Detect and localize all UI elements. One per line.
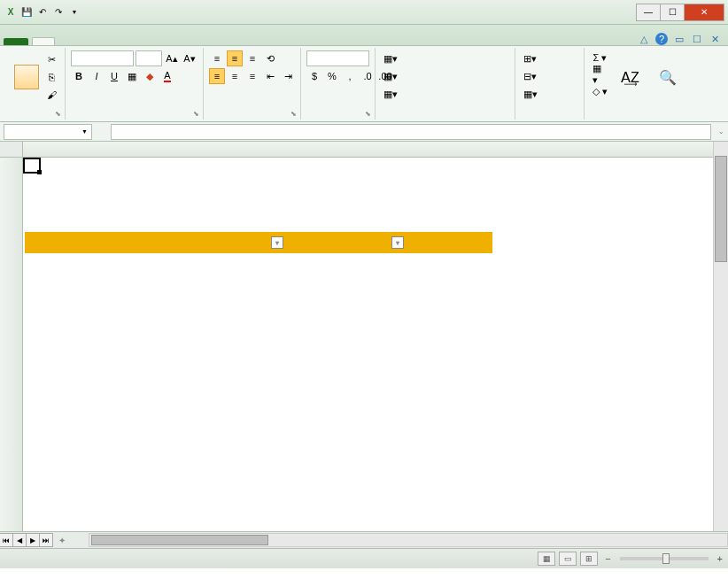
increase-indent-icon[interactable]: ⇥ [280,68,296,84]
new-sheet-icon[interactable]: ✦ [53,536,71,545]
tab-formulas[interactable] [97,38,119,45]
window-maximize-icon[interactable]: ☐ [691,33,703,45]
font-size-combo[interactable] [136,50,162,66]
redo-icon[interactable]: ↷ [51,5,66,19]
vertical-scrollbar[interactable] [713,142,728,531]
qat-dropdown-icon[interactable]: ▼ [67,5,81,19]
page-break-view-icon[interactable]: ⊞ [580,552,598,566]
format-as-table-button[interactable]: ▦ ▾ [381,68,400,84]
italic-button[interactable]: I [89,68,105,84]
selection-cursor [23,158,41,174]
minimize-button[interactable]: — [636,4,661,21]
orientation-icon[interactable]: ⟲ [262,50,278,66]
fill-color-icon[interactable]: ◆ [142,68,158,84]
normal-view-icon[interactable]: ▦ [538,552,555,566]
horizontal-scrollbar[interactable] [89,533,728,547]
table-header: ▾ ▾ [25,232,728,253]
align-left-icon[interactable]: ≡ [209,68,225,84]
group-number: $%,.0.00 ⬊ [301,48,376,120]
dialog-launcher-icon[interactable]: ⬊ [193,110,199,118]
zoom-in-icon[interactable]: + [717,553,723,564]
zoom-slider[interactable] [620,557,709,560]
align-right-icon[interactable]: ≡ [244,68,260,84]
tab-home[interactable] [32,37,55,45]
filter-icon[interactable]: ▾ [391,236,404,249]
align-center-icon[interactable]: ≡ [227,68,243,84]
find-select-button[interactable]: 🔍 [650,50,685,104]
cut-icon[interactable]: ✂ [43,51,59,67]
sort-filter-button[interactable]: A͢Z [612,50,647,104]
group-styles: ▦ ▾ ▦ ▾ ▦ ▾ [376,48,515,120]
bold-button[interactable]: B [71,68,87,84]
sheet-nav-next-icon[interactable]: ▶ [26,533,40,547]
zoom-handle[interactable] [662,553,670,564]
expand-formula-icon[interactable]: ⌄ [715,127,728,135]
increase-decimal-icon[interactable]: .0 [360,68,376,84]
increase-font-icon[interactable]: A▴ [164,50,180,66]
dialog-launcher-icon[interactable]: ⬊ [290,110,297,118]
paste-button[interactable] [9,50,43,104]
formula-input[interactable] [111,124,711,140]
dialog-launcher-icon[interactable]: ⬊ [365,110,371,118]
format-cells-button[interactable]: ▦ ▾ [521,86,540,102]
decrease-font-icon[interactable]: A▾ [182,50,197,66]
scrollbar-thumb[interactable] [715,156,727,262]
comma-icon[interactable]: , [342,68,358,84]
cell-styles-button[interactable]: ▦ ▾ [381,86,400,102]
tab-page-layout[interactable] [76,38,97,45]
name-box[interactable]: ▼ [4,124,92,140]
undo-icon[interactable]: ↶ [35,5,50,19]
scrollbar-thumb[interactable] [91,535,268,545]
group-alignment: ≡≡≡⟲ ≡≡≡⇤⇥ ⬊ [204,48,301,120]
currency-icon[interactable]: $ [306,68,322,84]
font-name-combo[interactable] [71,50,134,66]
window-controls: — ☐ ✕ [637,4,724,21]
column-headers [0,142,728,158]
save-icon[interactable]: 💾 [19,5,34,19]
border-icon[interactable]: ▦ [124,68,140,84]
sheet-nav-prev-icon[interactable]: ◀ [12,533,27,547]
number-format-combo[interactable] [306,50,369,66]
tab-review[interactable] [140,38,161,45]
delete-cells-button[interactable]: ⊟ ▾ [521,68,539,84]
window-restore-icon[interactable]: ▭ [673,33,685,45]
find-icon: 🔍 [659,69,677,86]
insert-cells-button[interactable]: ⊞ ▾ [521,50,539,66]
close-button[interactable]: ✕ [684,4,724,21]
page-layout-view-icon[interactable]: ▭ [559,552,577,566]
align-top-icon[interactable]: ≡ [209,50,225,66]
window-close-icon[interactable]: ✕ [709,33,721,45]
underline-button[interactable]: U [106,68,122,84]
align-bottom-icon[interactable]: ≡ [244,50,260,66]
dialog-launcher-icon[interactable]: ⬊ [55,110,61,118]
tab-addins[interactable] [182,38,204,45]
conditional-formatting-button[interactable]: ▦ ▾ [381,50,400,66]
font-color-icon[interactable]: A [159,68,175,84]
tab-view[interactable] [161,38,182,45]
titlebar: X 💾 ↶ ↷ ▼ — ☐ ✕ [0,0,728,25]
help-icon[interactable]: ? [655,33,668,45]
clear-icon[interactable]: ◇ ▾ [590,83,610,99]
align-middle-icon[interactable]: ≡ [227,50,243,66]
file-tab[interactable] [4,38,28,45]
select-all-corner[interactable] [0,142,23,157]
filter-icon[interactable]: ▾ [271,236,283,249]
group-editing: Σ ▾ ▦ ▾ ◇ ▾ A͢Z 🔍 [585,48,691,120]
sheet-nav-buttons: ⏮ ◀ ▶ ⏭ [0,533,53,547]
tab-insert[interactable] [55,38,76,45]
spreadsheet-grid: ▾ ▾ [0,142,728,531]
group-cells: ⊞ ▾ ⊟ ▾ ▦ ▾ [515,48,585,120]
sheet-nav-first-icon[interactable]: ⏮ [0,533,13,547]
copy-icon[interactable]: ⎘ [43,69,59,85]
minimize-ribbon-icon[interactable]: △ [638,33,650,45]
sheet-nav-last-icon[interactable]: ⏭ [39,533,53,547]
excel-icon[interactable]: X [4,5,18,19]
decrease-indent-icon[interactable]: ⇤ [262,68,278,84]
percent-icon[interactable]: % [324,68,340,84]
zoom-out-icon[interactable]: − [605,553,610,564]
maximize-button[interactable]: ☐ [660,4,685,21]
tab-data[interactable] [119,38,140,45]
cells-area[interactable]: ▾ ▾ [23,158,728,531]
format-painter-icon[interactable]: 🖌 [43,87,59,103]
fill-icon[interactable]: ▦ ▾ [590,66,610,82]
